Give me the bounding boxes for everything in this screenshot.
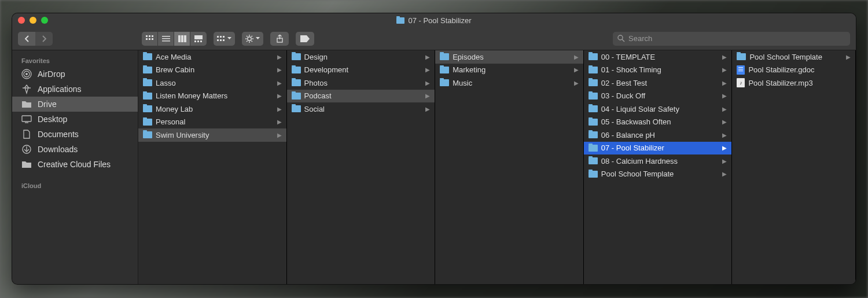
search-field[interactable] — [613, 32, 850, 46]
list-item[interactable]: Money Lab▶ — [138, 102, 286, 116]
column-4[interactable]: Pool School Template▶Pool Stabilizer.gdo… — [732, 50, 856, 284]
list-item[interactable]: 00 - TEMPLATE▶ — [584, 50, 732, 64]
list-view-button[interactable] — [158, 32, 174, 46]
list-item[interactable]: 08 - Calcium Hardness▶ — [584, 154, 732, 168]
chevron-right-icon: ▶ — [722, 145, 727, 151]
item-label: Lasso — [156, 79, 274, 87]
folder-icon — [589, 105, 598, 112]
item-label: 03 - Duck Off — [601, 91, 719, 100]
forward-button[interactable] — [35, 32, 53, 46]
svg-rect-14 — [197, 41, 199, 42]
icon-view-button[interactable] — [142, 32, 158, 46]
list-item[interactable]: 04 - Liquid Solar Safety▶ — [584, 102, 732, 116]
item-label: 01 - Shock Timing — [601, 65, 719, 74]
action-button[interactable] — [242, 32, 263, 46]
chevron-right-icon: ▶ — [277, 106, 282, 112]
docs-icon — [21, 130, 32, 138]
svg-rect-9 — [178, 35, 181, 42]
list-item[interactable]: Lasso▶ — [138, 76, 286, 90]
sidebar-item-documents[interactable]: Documents — [12, 127, 138, 142]
list-item[interactable]: Marketing▶ — [435, 64, 583, 77]
column-2[interactable]: Episodes▶Marketing▶Music▶ — [435, 50, 584, 284]
list-item[interactable]: Ace Media▶ — [138, 50, 286, 64]
list-item[interactable]: Pool Stabilizer.gdoc — [732, 64, 855, 77]
folder-icon — [396, 17, 404, 24]
maximize-icon[interactable] — [41, 17, 48, 24]
list-item[interactable]: 06 - Balance pH▶ — [584, 128, 732, 142]
list-item[interactable]: 07 - Pool Stabilizer▶ — [584, 142, 732, 155]
gallery-view-button[interactable] — [190, 32, 207, 46]
item-label: Pool Stabilizer.mp3 — [748, 79, 851, 87]
list-item[interactable]: 03 - Duck Off▶ — [584, 90, 732, 103]
chevron-right-icon: ▶ — [722, 106, 727, 112]
folder-icon — [589, 79, 598, 86]
svg-rect-0 — [146, 35, 148, 37]
list-item[interactable]: 05 - Backwash Often▶ — [584, 116, 732, 129]
list-item[interactable]: Episodes▶ — [435, 50, 583, 64]
item-label: 05 - Backwash Often — [601, 117, 719, 126]
list-item[interactable]: 02 - Best Test▶ — [584, 76, 732, 90]
svg-rect-11 — [184, 35, 186, 42]
svg-line-27 — [247, 36, 248, 37]
folder-icon — [143, 79, 152, 86]
toolbar — [12, 27, 856, 50]
group-by-button[interactable] — [214, 32, 235, 46]
item-label: Social — [304, 105, 422, 113]
sidebar-item-label: Desktop — [38, 115, 67, 124]
list-item[interactable]: Podcast▶ — [287, 90, 435, 103]
column-0[interactable]: Ace Media▶Brew Cabin▶Lasso▶Listen Money … — [138, 50, 287, 284]
sidebar-item-drive[interactable]: Drive — [12, 97, 138, 112]
column-3[interactable]: 00 - TEMPLATE▶01 - Shock Timing▶02 - Bes… — [584, 50, 733, 284]
tags-button[interactable] — [296, 32, 314, 46]
list-item[interactable]: 01 - Shock Timing▶ — [584, 64, 732, 77]
chevron-right-icon: ▶ — [425, 67, 430, 73]
close-icon[interactable] — [18, 17, 25, 24]
list-item[interactable]: Listen Money Matters▶ — [138, 90, 286, 103]
item-label: Pool School Template — [749, 53, 843, 61]
list-item[interactable]: Pool School Template▶ — [732, 50, 855, 64]
minimize-icon[interactable] — [30, 17, 36, 24]
sidebar-item-downloads[interactable]: Downloads — [12, 142, 138, 157]
folder-icon — [440, 53, 449, 60]
item-label: 02 - Best Test — [601, 79, 719, 87]
list-item[interactable]: Social▶ — [287, 102, 435, 116]
folder-icon — [589, 131, 598, 138]
list-item[interactable]: Design▶ — [287, 50, 435, 64]
svg-point-33 — [618, 35, 623, 40]
list-item[interactable]: Personal▶ — [138, 116, 286, 129]
folder-icon — [292, 79, 301, 86]
list-item[interactable]: Pool School Template▶ — [584, 168, 732, 181]
svg-rect-16 — [217, 36, 219, 38]
item-label: Brew Cabin — [156, 65, 274, 74]
titlebar[interactable]: 07 - Pool Stabilizer — [12, 13, 856, 27]
list-item[interactable]: Swim University▶ — [138, 128, 286, 142]
list-item[interactable]: Brew Cabin▶ — [138, 64, 286, 77]
sidebar-item-airdrop[interactable]: AirDrop — [12, 67, 138, 82]
audio-icon — [737, 78, 745, 87]
window-title: 07 - Pool Stabilizer — [396, 16, 471, 25]
sidebar-item-applications[interactable]: Applications — [12, 82, 138, 97]
list-item[interactable]: Music▶ — [435, 76, 583, 90]
search-input[interactable] — [628, 34, 845, 43]
back-button[interactable] — [18, 32, 35, 46]
list-item[interactable]: Pool Stabilizer.mp3 — [732, 76, 855, 90]
list-item[interactable]: Development▶ — [287, 64, 435, 77]
chevron-right-icon: ▶ — [425, 54, 430, 60]
svg-point-22 — [248, 36, 251, 40]
sidebar-item-desktop[interactable]: Desktop — [12, 112, 138, 127]
share-button[interactable] — [270, 32, 289, 46]
list-item[interactable]: Photos▶ — [287, 76, 435, 90]
column-view-button[interactable] — [174, 32, 190, 46]
folder-icon — [589, 93, 598, 100]
folder-icon — [589, 145, 598, 152]
chevron-right-icon: ▶ — [574, 67, 579, 73]
column-1[interactable]: Design▶Development▶Photos▶Podcast▶Social… — [287, 50, 436, 284]
item-label: Listen Money Matters — [156, 91, 274, 100]
svg-rect-4 — [149, 38, 150, 40]
svg-rect-6 — [162, 36, 170, 37]
folder-icon — [143, 119, 152, 126]
sidebar-item-creative-cloud-files[interactable]: Creative Cloud Files — [12, 157, 138, 172]
item-label: Design — [304, 53, 422, 61]
svg-rect-7 — [162, 38, 170, 39]
svg-line-30 — [251, 36, 252, 37]
